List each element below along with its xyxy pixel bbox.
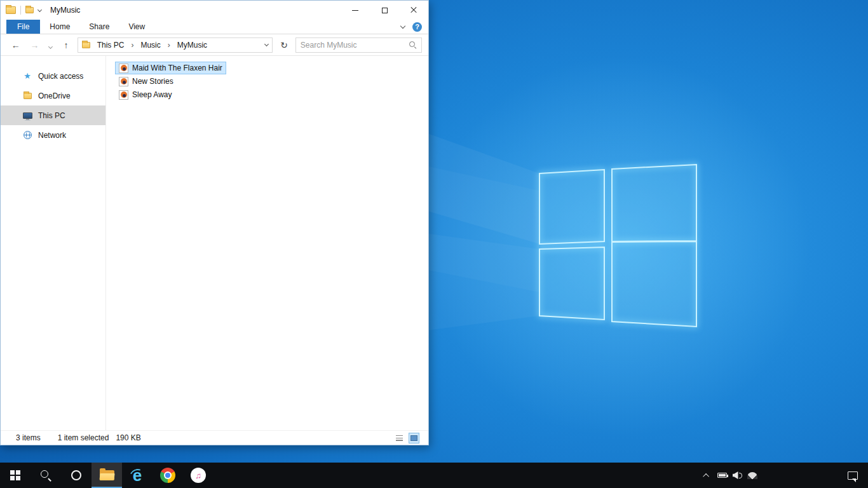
battery-icon [717,473,727,478]
tab-file[interactable]: File [6,20,40,34]
titlebar-divider [20,6,21,15]
cortana-button[interactable] [61,463,92,488]
file-explorer-icon [100,470,114,480]
onedrive-folder-icon [22,93,32,99]
titlebar-divider [36,6,36,15]
breadcrumb-separator-icon[interactable] [168,41,170,50]
sidebar-item-label: Network [38,131,66,140]
search-icon [40,470,51,481]
chevron-up-icon [703,473,709,479]
computer-icon [22,112,32,119]
location-folder-icon [82,42,90,48]
battery-button[interactable] [714,463,729,488]
up-button[interactable]: ↑ [58,40,74,50]
back-button[interactable]: ← [8,40,24,50]
app-folder-icon [6,6,16,14]
maximize-button[interactable] [370,1,399,20]
system-tray [699,463,760,488]
navigation-pane: ★ Quick access OneDrive This PC Network [1,56,106,430]
large-icons-view-icon [410,435,417,441]
address-bar[interactable]: This PC Music MyMusic [78,37,273,53]
windows-logo-icon [10,470,20,480]
window-title: MyMusic [50,6,80,15]
breadcrumb-mymusic[interactable]: MyMusic [174,39,210,51]
maximize-icon [382,8,388,13]
details-view-button[interactable] [394,433,405,444]
close-icon [410,6,417,14]
network-button[interactable] [745,463,760,488]
volume-button[interactable] [729,463,745,488]
file-name: Maid With The Flaxen Hair [132,64,222,72]
taskbar-search-button[interactable] [31,463,61,488]
search-icon[interactable] [409,41,417,49]
sidebar-item-label: Quick access [38,72,83,81]
internet-explorer-icon: e [133,467,142,484]
sidebar-item-onedrive[interactable]: OneDrive [1,86,105,105]
sidebar-item-this-pc[interactable]: This PC [1,105,105,125]
tab-view[interactable]: View [119,20,154,34]
action-center-icon [848,471,858,480]
file-item[interactable]: Sleep Away [115,88,176,101]
file-name: Sleep Away [132,90,172,99]
file-name: New Stories [132,77,173,86]
breadcrumb-this-pc[interactable]: This PC [94,39,128,51]
customize-quick-access-toolbar-icon[interactable] [37,7,42,11]
sidebar-item-label: OneDrive [38,92,71,100]
address-dropdown-icon[interactable] [264,41,269,46]
file-explorer-window: MyMusic File Home Share View ? ← → ↑ Thi… [0,0,429,445]
recent-locations-icon[interactable] [46,40,55,50]
chrome-icon [160,468,175,483]
start-button[interactable] [0,463,31,488]
sidebar-item-label: This PC [38,111,65,120]
expand-ribbon-icon[interactable] [400,23,405,28]
tab-share[interactable]: Share [79,20,119,34]
tab-home[interactable]: Home [40,20,79,34]
breadcrumb-separator-icon[interactable] [131,41,133,50]
star-icon: ★ [22,71,32,81]
search-box [295,37,422,53]
selection-count: 1 item selected [58,433,109,442]
minimize-button[interactable] [341,1,370,20]
minimize-icon [352,10,358,11]
audio-file-icon [119,77,128,86]
large-icons-view-button[interactable] [409,433,419,444]
ribbon-tab-bar: File Home Share View ? [1,20,428,34]
taskbar-chrome-button[interactable] [153,463,183,488]
close-button[interactable] [399,1,428,20]
file-list[interactable]: Maid With The Flaxen Hair New Stories Sl… [106,56,428,430]
items-count: 3 items [16,433,41,442]
taskbar-itunes-button[interactable]: ♫ [183,463,214,488]
taskbar: e ♫ [0,463,868,488]
forward-button[interactable]: → [27,40,43,50]
status-bar: 3 items 1 item selected 190 KB [1,430,428,445]
cortana-icon [71,470,81,480]
quick-access-toolbar-icon[interactable] [25,7,34,13]
details-view-icon [396,435,403,441]
network-icon [22,131,32,139]
wifi-icon [747,472,757,479]
selection-size: 190 KB [116,433,140,442]
titlebar[interactable]: MyMusic [1,1,428,20]
refresh-button[interactable]: ↻ [276,40,292,50]
sidebar-item-network[interactable]: Network [1,125,105,145]
show-hidden-icons-button[interactable] [699,463,714,488]
sidebar-item-quick-access[interactable]: ★ Quick access [1,66,105,86]
taskbar-internet-explorer-button[interactable]: e [122,463,153,488]
search-input[interactable] [301,41,405,50]
itunes-icon: ♫ [191,468,206,483]
address-bar-row: ← → ↑ This PC Music MyMusic ↻ [1,34,428,56]
audio-file-icon [119,64,128,73]
help-icon[interactable]: ? [412,22,422,32]
action-center-button[interactable] [837,463,868,488]
taskbar-file-explorer-button[interactable] [92,463,122,488]
audio-file-icon [119,90,128,100]
breadcrumb-music[interactable]: Music [137,39,163,51]
file-item[interactable]: Maid With The Flaxen Hair [115,62,226,74]
file-item[interactable]: New Stories [115,75,177,88]
speaker-icon [733,471,742,479]
